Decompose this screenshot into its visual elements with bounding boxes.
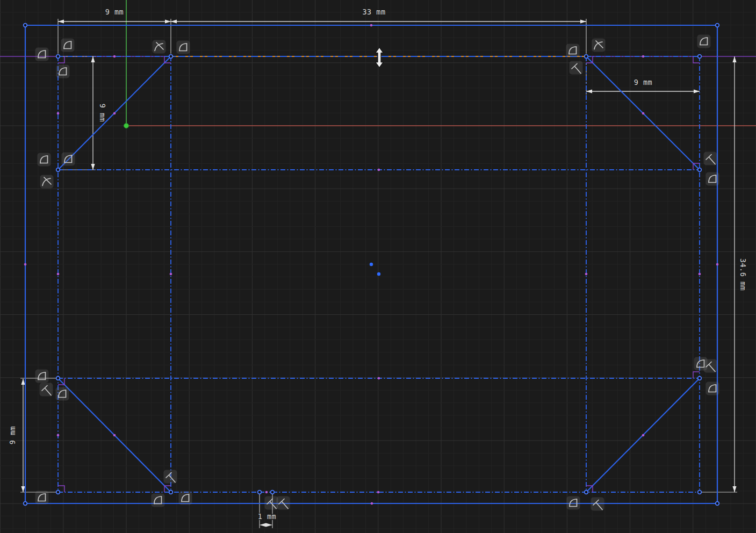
sketch-canvas[interactable]: 9 mm 33 mm 9 mm 9 mm 34.6 mm 9 mm 1 mm [0,0,756,533]
sketch-vertex[interactable] [698,491,702,494]
midpoint-handle[interactable] [716,263,719,266]
sketch-vertex[interactable] [169,55,173,59]
parallel-constraint-icon[interactable] [265,496,278,510]
sketch-vertex[interactable] [169,491,173,494]
midpoint-handle[interactable] [113,55,116,58]
sketch-vertex[interactable] [585,491,588,494]
midpoint-handle[interactable] [377,491,380,494]
sketch-vertex[interactable] [716,24,719,27]
midpoint-handle[interactable] [370,24,373,27]
constraint-badge-background [592,39,606,52]
constraint-badge-background [153,40,166,54]
constraint-badge-background [35,491,49,505]
constraint-badge-background [152,494,165,507]
sketch-vertex[interactable] [271,491,275,494]
constraint-badge-background [35,370,49,383]
perpendicular-constraint-icon[interactable] [35,491,49,505]
tangent-constraint-icon[interactable] [40,175,54,189]
perpendicular-constraint-icon[interactable] [61,39,75,52]
parallel-constraint-icon[interactable] [704,359,717,373]
sketch-vertex[interactable] [258,491,262,494]
midpoint-handle[interactable] [170,273,172,276]
parallel-constraint-icon[interactable] [570,61,583,75]
parallel-constraint-icon[interactable] [40,383,53,397]
dimension-arrowhead [165,19,171,23]
midpoint-handle[interactable] [265,491,268,494]
constraint-badge-background [62,153,75,166]
perpendicular-constraint-icon[interactable] [177,41,190,54]
midpoint-handle[interactable] [378,169,380,171]
midpoint-handle[interactable] [642,55,645,58]
origin-point[interactable] [124,124,129,128]
perpendicular-constraint-icon[interactable] [567,496,580,510]
sketch-vertex[interactable] [698,377,702,380]
perpendicular-constraint-icon[interactable] [697,35,711,48]
perpendicular-constraint-icon[interactable] [179,492,192,505]
dimension-label-9mm-left-upper[interactable]: 9 mm [98,104,107,123]
midpoint-handle[interactable] [113,434,116,437]
sketch-vertex[interactable] [24,24,27,27]
dimension-arrowhead [580,19,586,23]
parallel-constraint-icon[interactable] [164,470,177,484]
sketch-svg[interactable]: 9 mm 33 mm 9 mm 9 mm 34.6 mm 9 mm 1 mm [0,0,756,533]
dimension-bowtie-marker [260,523,272,527]
sketch-vertex[interactable] [56,377,60,380]
midpoint-handle[interactable] [24,263,27,266]
constraint-badge-background [56,65,70,78]
midpoint-handle[interactable] [699,273,701,276]
perpendicular-constraint-icon[interactable] [35,370,49,383]
dimension-arrowhead [91,56,95,62]
dimension-arrowhead [58,19,64,23]
perpendicular-constraint-icon[interactable] [38,153,51,167]
perpendicular-constraint-icon[interactable] [152,494,165,507]
midpoint-handle[interactable] [113,112,116,115]
midpoint-handle[interactable] [57,273,60,276]
sketch-vertex[interactable] [56,55,60,59]
tangent-constraint-icon[interactable] [153,40,166,54]
perpendicular-constraint-icon[interactable] [35,48,49,61]
perpendicular-constraint-icon[interactable] [56,65,70,78]
midpoint-handle[interactable] [57,112,60,115]
perpendicular-constraint-icon[interactable] [56,387,69,401]
dimension-label-33mm-top[interactable]: 33 mm [362,8,385,16]
midpoint-handle[interactable] [642,112,645,115]
dimension-arrowhead [586,89,592,93]
midpoint-handle[interactable] [57,434,60,437]
midpoint-handle[interactable] [585,273,588,276]
sketch-vertex[interactable] [698,168,702,172]
parallel-constraint-icon[interactable] [704,152,717,165]
sketch-vertex[interactable] [698,55,702,59]
dimension-label-9mm-left-lower[interactable]: 9 mm [8,426,17,445]
constraint-badge-background [61,39,75,52]
midpoint-handle[interactable] [642,434,645,437]
constraint-badge-background [706,172,719,186]
perpendicular-constraint-icon[interactable] [62,153,75,166]
dimension-arrowhead [732,486,736,492]
perpendicular-constraint-icon[interactable] [706,382,719,395]
tangent-constraint-icon[interactable] [592,39,606,52]
parallel-constraint-icon[interactable] [277,496,290,510]
perpendicular-constraint-icon[interactable] [706,172,719,186]
constraint-badge-background [179,492,192,505]
dimension-label-34.6mm-right[interactable]: 34.6 mm [739,258,747,291]
dimension-label-1mm-bottom[interactable]: 1 mm [258,512,277,521]
rect-center-point[interactable] [377,272,380,276]
dimension-label-9mm-top-left[interactable]: 9 mm [105,8,124,16]
perpendicular-constraint-icon[interactable] [566,44,580,57]
sketch-vertex[interactable] [585,55,588,59]
rect-center-point[interactable] [370,263,373,266]
midpoint-handle[interactable] [371,502,373,505]
sketch-vertex[interactable] [24,502,27,506]
dimension-arrowhead [694,89,700,93]
midpoint-handle[interactable] [378,377,380,380]
dimension-label-9mm-right-top[interactable]: 9 mm [634,78,653,87]
parallel-constraint-icon[interactable] [591,498,604,511]
constraint-badge-background [697,35,711,48]
dimension-arrowhead [171,19,177,23]
sketch-vertex[interactable] [716,502,719,506]
sketch-vertex[interactable] [56,491,60,494]
dimension-arrowhead [91,164,95,170]
sketch-vertex[interactable] [56,168,60,172]
constraint-badge-background [566,44,580,57]
constraint-badge-background [567,496,580,510]
